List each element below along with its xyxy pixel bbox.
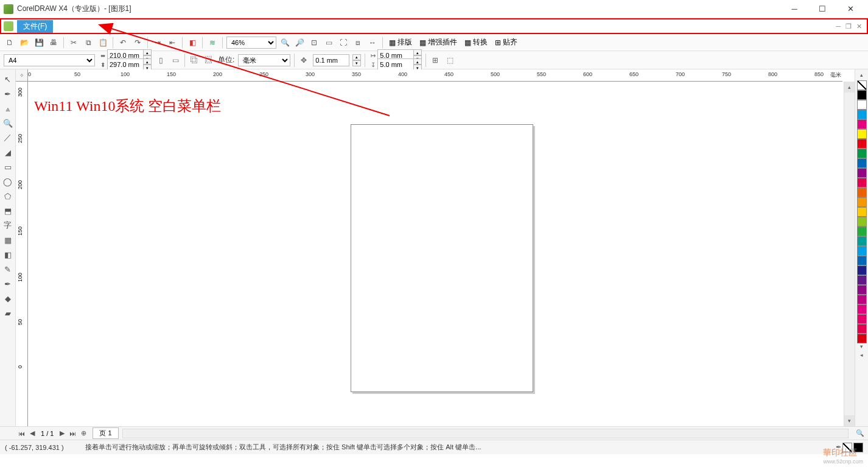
color-swatch[interactable]	[857, 324, 867, 334]
basic-shapes-tool[interactable]: ⬒	[2, 205, 14, 217]
color-swatch[interactable]	[857, 139, 867, 149]
color-swatch[interactable]	[857, 304, 867, 314]
color-swatch[interactable]	[857, 197, 867, 207]
scroll-down-button[interactable]: ▾	[844, 415, 855, 426]
color-swatch[interactable]	[857, 90, 867, 100]
interactive-tool[interactable]: ◧	[2, 248, 14, 261]
ruler-origin[interactable]: ✧	[16, 69, 28, 82]
color-swatch[interactable]	[857, 275, 867, 285]
spin-up[interactable]: ▴	[143, 49, 152, 55]
color-swatch[interactable]	[857, 178, 867, 188]
menu-bar[interactable]: 文件(F) ─ ❐ ✕	[0, 18, 868, 34]
add-page-button[interactable]: ⊕	[79, 429, 89, 437]
facing-pages-icon[interactable]: ⿴	[203, 55, 214, 66]
color-swatch[interactable]	[857, 158, 867, 168]
zoom-fit-icon[interactable]: ⊡	[308, 37, 320, 49]
color-swatch[interactable]	[857, 334, 867, 343]
mdi-minimize-icon[interactable]: ─	[836, 23, 841, 30]
mdi-close-icon[interactable]: ✕	[856, 23, 862, 30]
interactive-fill-tool[interactable]: ▰	[2, 307, 14, 319]
palette-scroll-down[interactable]: ▾	[860, 343, 863, 352]
paste-icon[interactable]: 📋	[97, 37, 109, 49]
eyedropper-tool[interactable]: ✎	[2, 263, 14, 275]
palette-flyout[interactable]: ◂	[860, 352, 863, 360]
no-color-swatch[interactable]	[857, 80, 867, 90]
save-icon[interactable]: 💾	[33, 37, 45, 49]
vertical-scrollbar[interactable]: ▴ ▾	[844, 82, 855, 426]
page-canvas[interactable]	[351, 124, 533, 392]
page-height-input[interactable]	[107, 58, 144, 71]
align-button[interactable]: ⊞贴齐	[492, 37, 520, 49]
plugin-button[interactable]: ▦增强插件	[417, 37, 460, 49]
zoom-in-icon[interactable]: 🔍	[279, 37, 291, 49]
color-swatch[interactable]	[857, 265, 867, 275]
text-tool[interactable]: 字	[2, 219, 14, 231]
cut-icon[interactable]: ✂	[68, 37, 80, 49]
redo-icon[interactable]: ↷	[131, 37, 144, 49]
zoom-page-icon[interactable]: ▭	[323, 37, 335, 49]
color-swatch[interactable]	[857, 100, 867, 110]
snap-options-icon[interactable]: ⊞	[430, 55, 441, 66]
spin-up[interactable]: ▴	[413, 58, 422, 65]
spin-down[interactable]: ▾	[352, 60, 361, 66]
next-page-button[interactable]: ▶	[57, 429, 67, 437]
spin-up[interactable]: ▴	[352, 54, 361, 60]
color-swatch[interactable]	[857, 207, 867, 217]
palette-scroll-up[interactable]: ▴	[860, 72, 863, 80]
nudge-input[interactable]	[313, 54, 349, 66]
zoom-all-icon[interactable]: ⛶	[337, 37, 349, 49]
scroll-up-button[interactable]: ▴	[844, 82, 855, 93]
landscape-icon[interactable]: ▭	[170, 55, 181, 66]
app-launcher-icon[interactable]: ◧	[186, 37, 198, 49]
close-button[interactable]: ✕	[836, 0, 864, 18]
color-swatch[interactable]	[857, 129, 867, 139]
horizontal-scrollbar[interactable]	[122, 429, 849, 438]
color-swatch[interactable]	[857, 256, 867, 265]
new-icon[interactable]: 🗋	[4, 37, 16, 49]
import-icon[interactable]: ⇥	[152, 37, 164, 49]
rectangle-tool[interactable]: ▭	[2, 161, 14, 173]
first-page-button[interactable]: ⏮	[16, 430, 27, 437]
color-swatch[interactable]	[857, 188, 867, 197]
portrait-icon[interactable]: ▯	[155, 55, 166, 66]
color-swatch[interactable]	[857, 110, 867, 119]
color-swatch[interactable]	[857, 149, 867, 158]
crop-tool[interactable]: ⟁	[2, 102, 14, 114]
color-swatch[interactable]	[857, 246, 867, 256]
table-tool[interactable]: ▦	[2, 234, 14, 246]
outline-tool[interactable]: ✒	[2, 278, 14, 290]
spin-up[interactable]: ▴	[413, 49, 422, 55]
open-icon[interactable]: 📂	[18, 37, 30, 49]
color-swatch[interactable]	[857, 217, 867, 226]
layout-button[interactable]: ▦排版	[387, 37, 415, 49]
horizontal-ruler[interactable]: 0501001502002503003504004505005506006507…	[28, 69, 842, 82]
undo-icon[interactable]: ↶	[117, 37, 129, 49]
color-swatch[interactable]	[857, 314, 867, 324]
shape-tool[interactable]: ✒	[2, 88, 14, 100]
menu-file[interactable]: 文件(F)	[17, 20, 53, 33]
zoom-out-icon[interactable]: 🔎	[293, 37, 306, 49]
prev-page-button[interactable]: ◀	[27, 429, 37, 437]
page-tab[interactable]: 页 1	[93, 427, 118, 439]
smart-fill-tool[interactable]: ◢	[2, 146, 14, 158]
pick-tool[interactable]: ↖	[2, 73, 14, 85]
spin-up[interactable]: ▴	[143, 58, 152, 65]
fill-tool[interactable]: ◆	[2, 292, 14, 304]
zoom-selection-icon[interactable]: ⧈	[352, 37, 364, 49]
mdi-restore-icon[interactable]: ❐	[845, 23, 852, 30]
color-swatch[interactable]	[857, 285, 867, 295]
maximize-button[interactable]: ☐	[808, 0, 836, 18]
page-layout-icon[interactable]: ⿻	[189, 55, 200, 66]
freehand-tool[interactable]: ／	[2, 132, 14, 144]
export-icon[interactable]: ⇤	[166, 37, 178, 49]
copy-icon[interactable]: ⧉	[82, 37, 94, 49]
zoom-tool[interactable]: 🔍	[2, 117, 14, 129]
dup-y-input[interactable]	[377, 58, 414, 71]
zoom-select[interactable]: 46%	[226, 37, 276, 49]
paper-size-select[interactable]: A4	[4, 54, 95, 66]
minimize-button[interactable]: ─	[780, 0, 808, 18]
drawing-viewport[interactable]	[28, 82, 842, 426]
treat-as-filled-icon[interactable]: ⬚	[444, 55, 455, 66]
convert-button[interactable]: ▦转换	[462, 37, 490, 49]
color-swatch[interactable]	[857, 236, 867, 246]
